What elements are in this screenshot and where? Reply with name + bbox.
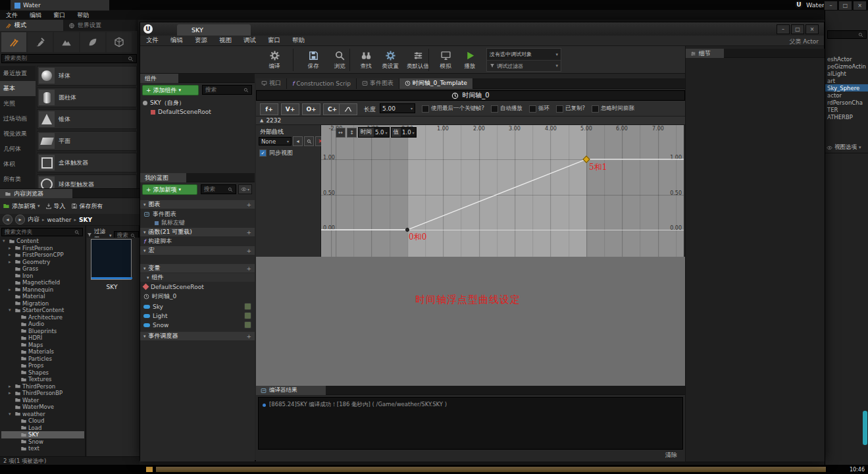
simulate-button[interactable]: 模拟	[433, 47, 458, 72]
folder-tree-item[interactable]: Snow	[1, 438, 84, 446]
components-tab[interactable]: 组件	[140, 74, 178, 83]
tree-expand-arrow[interactable]: ▸	[9, 390, 13, 396]
add-variable-button[interactable]: +	[246, 265, 251, 272]
breadcrumb-content[interactable]: 内容	[28, 215, 39, 224]
place-mode-button[interactable]	[1, 32, 26, 52]
timeline-option-checkbox[interactable]: 已复制?	[556, 105, 585, 113]
class-settings-button[interactable]: 类设置	[378, 47, 403, 72]
modes-search-input[interactable]: 搜索类别	[1, 54, 137, 63]
asset-tile-sky[interactable]: SKY	[91, 239, 134, 292]
placement-item[interactable]: 平面	[37, 131, 137, 151]
curve-asset-dropdown[interactable]: None ▾	[259, 137, 292, 145]
breadcrumb-weather[interactable]: weather	[47, 217, 72, 223]
geometry-mode-button[interactable]	[107, 32, 132, 52]
folder-tree-item[interactable]: ▸ ThirdPersonBP	[1, 390, 84, 397]
use-selected-asset-button[interactable]: ◂	[293, 136, 303, 146]
tree-expand-arrow[interactable]: ▾	[9, 307, 13, 313]
placement-item[interactable]: 盒体触发器	[37, 153, 137, 172]
timeline-option-checkbox[interactable]: 忽略时间膨胀	[592, 105, 634, 113]
variables-category-components[interactable]: ▾ 组件	[140, 273, 255, 282]
add-new-item-button[interactable]: + 添加新项 ▾	[142, 184, 197, 195]
variable-light[interactable]: Light	[140, 311, 255, 320]
compiler-log-area[interactable]: [8685.24]SKY 编译成功！[186 毫秒内] ( /Game/weat…	[258, 397, 683, 450]
section-event-dispatchers[interactable]: ▾ 事件调度器 +	[140, 332, 255, 340]
variable-timeline[interactable]: 时间轴_0	[140, 292, 255, 301]
folder-tree-item[interactable]: Magneticfield	[1, 279, 84, 286]
timeline-option-checkbox[interactable]: 循环	[529, 105, 549, 113]
section-variables[interactable]: ▾ 变量 +	[140, 264, 255, 273]
outliner-actor-row[interactable]: TER	[825, 106, 868, 113]
folder-tree-item[interactable]: Maps	[1, 342, 84, 349]
blueprint-menu-item[interactable]: 窗口	[262, 36, 286, 45]
blueprint-menu-item[interactable]: 文件	[140, 36, 165, 45]
variable-visibility-toggle[interactable]	[244, 303, 251, 310]
add-macro-button[interactable]: +	[246, 248, 251, 254]
blueprint-menu-item[interactable]: 资源	[189, 36, 213, 45]
outliner-actor-row[interactable]: art	[825, 77, 868, 84]
my-blueprint-search-input[interactable]: 搜索	[201, 184, 236, 194]
tree-expand-arrow[interactable]: ▸	[9, 252, 13, 257]
folder-tree-item[interactable]: Iron	[1, 273, 84, 280]
tree-expand-arrow[interactable]: ▸	[9, 246, 13, 251]
folder-tree-item[interactable]: ▸ Mannequin	[1, 286, 84, 294]
track-collapse-arrow[interactable]: ▲	[260, 118, 263, 123]
breadcrumb-sky[interactable]: SKY	[79, 217, 92, 223]
add-dispatcher-button[interactable]: +	[246, 333, 251, 340]
variable-snow[interactable]: Snow	[140, 321, 255, 329]
add-track-button[interactable]: f+	[260, 103, 278, 115]
outliner-view-options[interactable]: 视图选项 ▾	[827, 144, 861, 151]
event-node-item[interactable]: 鼠标左键	[140, 219, 255, 227]
add-track-button[interactable]: V+	[281, 103, 299, 115]
folder-tree-item[interactable]: HDRI	[1, 334, 84, 342]
folder-tree-item[interactable]: ▸ ThirdPerson	[1, 383, 84, 390]
add-track-button[interactable]: O+	[302, 103, 320, 115]
blueprint-titlebar[interactable]: U SKY – □ ×	[140, 22, 824, 36]
level-editor-tab[interactable]: Water	[11, 0, 109, 11]
placement-category[interactable]: 所有类	[0, 172, 36, 187]
tree-expand-arrow[interactable]: ▾	[9, 411, 13, 417]
content-browser-tab[interactable]: 内容浏览器	[0, 189, 72, 198]
length-input[interactable]: 5.00 ▾	[380, 103, 415, 113]
placement-item[interactable]: 球体	[37, 66, 137, 86]
tab-construction-script[interactable]: f Construction Scrip	[287, 78, 357, 89]
add-graph-button[interactable]: +	[246, 201, 251, 208]
visibility-filter-button[interactable]: ▾	[238, 184, 252, 194]
track-header[interactable]: ▲ 2232	[256, 117, 685, 125]
tab-world-settings[interactable]: 世界设置	[63, 20, 136, 31]
paint-mode-button[interactable]	[28, 32, 53, 52]
maximize-button[interactable]: □	[838, 1, 852, 11]
play-button[interactable]: 播放	[457, 47, 482, 72]
blueprint-menu-item[interactable]: 帮助	[286, 36, 311, 45]
folder-tree-item[interactable]: Blueprints	[1, 328, 84, 335]
folder-tree-item[interactable]: ▸ Geometry	[1, 259, 84, 266]
compile-button[interactable]: 编译	[262, 47, 287, 72]
section-graphs[interactable]: ▾ 图表 +	[140, 200, 255, 209]
folder-tree-item[interactable]: Particles	[1, 356, 84, 363]
placement-item[interactable]: 锥体	[37, 109, 137, 129]
event-graph-item[interactable]: 事件图表	[140, 210, 255, 219]
my-blueprint-tab[interactable]: 我的蓝图	[140, 173, 186, 182]
folder-tree-item[interactable]: Material	[1, 293, 84, 300]
tab-modes[interactable]: 模式	[0, 20, 63, 31]
timeline-option-checkbox[interactable]: 自动播放	[491, 105, 523, 113]
outliner-actor-row[interactable]: alLight	[825, 70, 868, 77]
outliner-actor-row[interactable]: actor	[825, 92, 868, 99]
outliner-search-input[interactable]	[827, 30, 867, 39]
sync-view-row[interactable]: ✓ 同步视图	[259, 149, 293, 157]
close-button[interactable]: ×	[853, 1, 867, 11]
folder-tree-item[interactable]: SKY	[1, 431, 84, 438]
placement-category[interactable]: 基本	[0, 81, 36, 96]
folder-tree-item[interactable]: text	[1, 445, 84, 452]
details-tab[interactable]: 细节	[686, 49, 724, 58]
timeline-option-checkbox[interactable]: 使用最后一个关键帧?	[422, 105, 484, 113]
variable-sky[interactable]: Sky	[140, 302, 255, 311]
add-function-button[interactable]: +	[246, 229, 251, 236]
placement-category[interactable]: 光照	[0, 96, 36, 111]
tab-timeline-template[interactable]: 时间轴_0_Template	[399, 78, 473, 89]
folder-tree-item[interactable]: Water	[1, 397, 84, 404]
components-search-input[interactable]: 搜索	[202, 85, 252, 95]
browse-button[interactable]: 浏览	[327, 47, 352, 72]
minimize-button[interactable]: –	[777, 24, 790, 34]
scrollbar-thumb[interactable]	[863, 411, 867, 445]
back-button[interactable]: ◂	[3, 215, 13, 224]
